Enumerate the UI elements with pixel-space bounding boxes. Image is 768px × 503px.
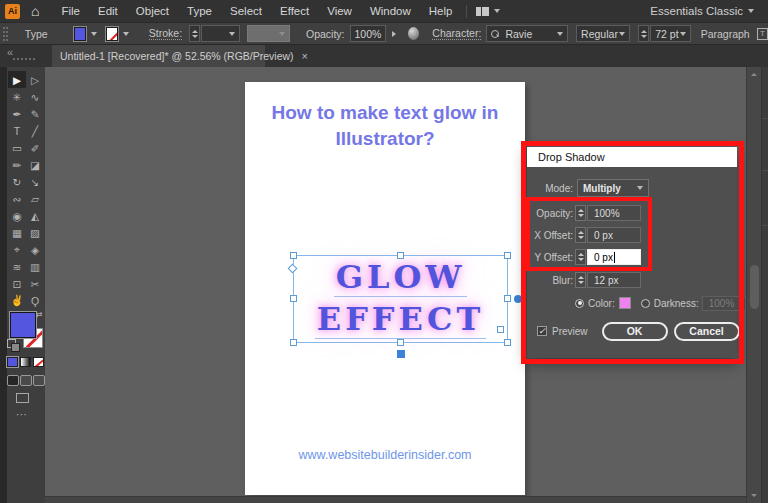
arrange-documents-icon[interactable] (476, 7, 489, 16)
live-shape-widget[interactable] (497, 326, 504, 333)
selection-handle[interactable] (290, 252, 297, 259)
tool-shaper[interactable]: ✏ (8, 156, 26, 173)
touch-type-tool-icon[interactable]: T (757, 28, 768, 40)
variable-width-dropdown[interactable] (247, 25, 290, 42)
tool-line-segment[interactable]: ╱ (26, 122, 44, 139)
chevron-right-icon[interactable] (392, 31, 396, 37)
chevron-down-icon[interactable] (123, 32, 129, 36)
opacity-field[interactable]: 100% (350, 25, 387, 42)
collapse-panel-icon[interactable]: « (7, 46, 13, 58)
horizontal-scrollbar[interactable] (45, 496, 746, 503)
tool-type[interactable]: T (8, 122, 26, 139)
scrollbar-thumb[interactable] (750, 265, 759, 309)
tool-pen[interactable]: ✒ (8, 105, 26, 122)
illustrator-logo-icon[interactable]: Ai (5, 4, 20, 19)
tool-scale[interactable]: ↘ (26, 173, 44, 190)
tool-magic-wand[interactable]: ✳ (8, 88, 26, 105)
x-offset-stepper[interactable] (575, 227, 586, 243)
mode-dropdown[interactable]: Multiply (577, 179, 649, 197)
opacity-stepper[interactable] (575, 205, 586, 221)
glow-text-line2[interactable]: EFFECT (294, 298, 507, 340)
darkness-radio[interactable] (641, 299, 650, 308)
panel-grip-dots[interactable] (13, 58, 35, 60)
tool-shape-builder[interactable]: ◉ (8, 207, 26, 224)
tool-direct-selection[interactable]: ▷ (26, 71, 44, 88)
tool-paintbrush[interactable]: ✐ (26, 139, 44, 156)
tool-zoom[interactable]: Ϙ (26, 292, 44, 309)
draw-behind-button[interactable] (20, 375, 32, 386)
y-offset-stepper[interactable] (575, 249, 586, 265)
menu-effect[interactable]: Effect (271, 5, 318, 17)
fill-color-well[interactable] (10, 312, 36, 338)
draw-inside-button[interactable] (33, 375, 45, 386)
blur-field[interactable]: 12 px (587, 272, 641, 288)
stroke-weight-stepper[interactable] (189, 25, 200, 42)
text-anchor-point[interactable] (397, 350, 405, 358)
menu-object[interactable]: Object (127, 5, 178, 17)
menu-type[interactable]: Type (178, 5, 221, 17)
selection-handle[interactable] (504, 252, 511, 259)
ok-button[interactable]: OK (602, 322, 668, 341)
panel-grip[interactable] (3, 27, 8, 41)
workspace-switcher[interactable]: Essentials Classic (650, 5, 754, 17)
stroke-color-swatch[interactable] (106, 27, 118, 41)
tool-slice[interactable]: ✂ (26, 275, 44, 292)
tool-free-transform[interactable]: ▱ (26, 190, 44, 207)
menu-edit[interactable]: Edit (89, 5, 127, 17)
edit-toolbar-icon[interactable]: ⋯ (16, 408, 28, 421)
tool-rectangle[interactable]: ▭ (8, 139, 26, 156)
stroke-weight-dropdown[interactable] (201, 25, 240, 42)
tool-eraser[interactable]: ◪ (26, 156, 44, 173)
selection-handle[interactable] (290, 295, 297, 302)
canvas-area[interactable]: How to make text glow in Illustrator? GL… (45, 67, 746, 503)
tool-artboard[interactable]: ⊡ (8, 275, 26, 292)
chevron-down-icon[interactable] (494, 9, 500, 13)
draw-normal-button[interactable] (7, 375, 19, 386)
character-link-label[interactable]: Character: (432, 27, 481, 40)
selection-handle[interactable] (397, 252, 404, 259)
right-panel-dock[interactable] (761, 67, 768, 503)
preview-checkbox[interactable]: ✓ (537, 326, 547, 336)
fill-color-swatch[interactable] (74, 27, 86, 41)
scroll-up-arrow[interactable] (751, 73, 757, 76)
recolor-artwork-icon[interactable] (408, 27, 419, 40)
selection-handle[interactable] (504, 295, 511, 302)
tool-lasso[interactable]: ∿ (26, 88, 44, 105)
cancel-button[interactable]: Cancel (674, 322, 740, 341)
gradient-button[interactable] (20, 357, 31, 367)
dialog-title-bar[interactable]: Drop Shadow (527, 147, 737, 167)
tool-mesh[interactable]: ▦ (8, 224, 26, 241)
font-size-stepper[interactable] (638, 25, 649, 42)
tool-rotate[interactable]: ↻ (8, 173, 26, 190)
y-offset-field[interactable]: 0 px (587, 249, 641, 265)
menu-help[interactable]: Help (420, 5, 462, 17)
glow-text-line1[interactable]: GLOW (294, 256, 507, 298)
selection-bounding-box[interactable]: GLOW EFFECT (293, 255, 508, 343)
tool-perspective-grid[interactable]: ◭ (26, 207, 44, 224)
color-radio[interactable] (575, 299, 584, 308)
tool-gradient[interactable]: ▨ (26, 224, 44, 241)
tool-eyedropper[interactable]: ⌖ (8, 241, 26, 258)
change-screen-mode-icon[interactable] (16, 393, 29, 403)
tool-selection[interactable]: ▶ (8, 71, 26, 88)
side-handle-dot[interactable] (514, 295, 522, 303)
font-size-dropdown[interactable]: 72 pt (650, 25, 690, 42)
none-button[interactable] (33, 357, 44, 367)
menu-select[interactable]: Select (221, 5, 271, 17)
selection-handle[interactable] (504, 339, 511, 346)
default-fill-stroke-icon[interactable] (7, 339, 16, 348)
vertical-scrollbar[interactable] (746, 67, 761, 503)
tool-hand[interactable]: ✌ (8, 292, 26, 309)
font-style-dropdown[interactable]: Regular (576, 25, 630, 42)
paragraph-link-label[interactable]: Paragraph (701, 28, 750, 40)
menu-view[interactable]: View (318, 5, 361, 17)
blur-stepper[interactable] (575, 272, 586, 288)
tool-symbol-sprayer[interactable]: ≋ (8, 258, 26, 275)
shadow-color-swatch[interactable] (619, 297, 631, 309)
selection-handle[interactable] (290, 339, 297, 346)
scroll-down-arrow[interactable] (751, 494, 757, 497)
opacity-field[interactable]: 100% (587, 205, 641, 221)
selection-handle[interactable] (397, 339, 404, 346)
tool-blend[interactable]: ◈ (26, 241, 44, 258)
tool-curvature[interactable]: ✎ (26, 105, 44, 122)
